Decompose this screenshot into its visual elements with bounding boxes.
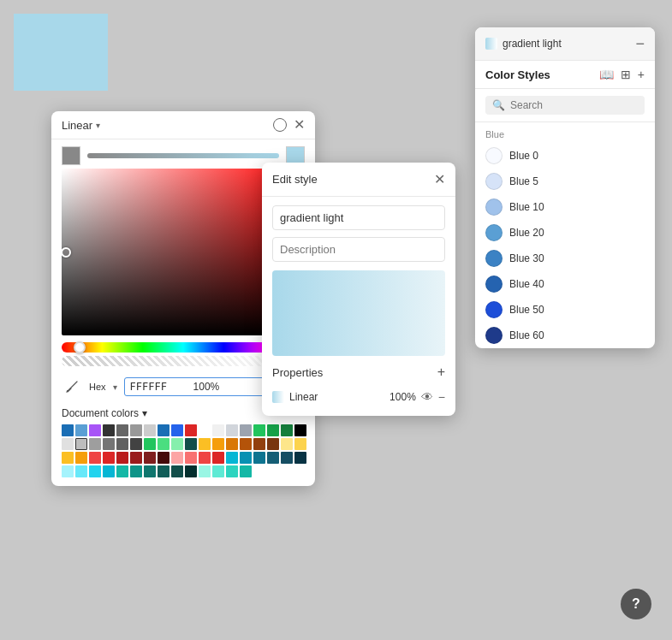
color-list-item[interactable]: Blue 5 (475, 169, 655, 194)
color-swatches-grid (62, 424, 305, 477)
color-swatch[interactable] (130, 452, 142, 464)
color-swatch[interactable] (144, 424, 156, 436)
color-swatch[interactable] (212, 424, 224, 436)
color-swatch[interactable] (294, 438, 306, 450)
color-swatch[interactable] (130, 438, 142, 450)
color-swatch[interactable] (253, 452, 265, 464)
color-swatch[interactable] (294, 452, 306, 464)
color-swatch[interactable] (158, 438, 169, 450)
color-swatch[interactable] (253, 424, 265, 436)
book-icon[interactable]: 📖 (599, 68, 614, 81)
color-swatch[interactable] (212, 438, 224, 450)
color-swatch[interactable] (240, 465, 252, 477)
gradient-stop-left[interactable] (62, 146, 80, 165)
picker-title-area[interactable]: Linear ▾ (62, 119, 100, 132)
add-style-button[interactable]: + (638, 68, 645, 81)
color-swatch[interactable] (267, 424, 279, 436)
color-list-item[interactable]: Blue 50 (475, 297, 655, 323)
grid-icon[interactable]: ⊞ (621, 68, 631, 81)
color-swatch[interactable] (199, 452, 211, 464)
color-list-item[interactable]: Blue 20 (475, 220, 655, 246)
hue-handle[interactable] (74, 341, 86, 353)
color-swatch[interactable] (89, 465, 101, 477)
style-description-input[interactable] (272, 237, 445, 262)
color-swatch[interactable] (62, 438, 74, 450)
property-visibility-button[interactable]: 👁 (421, 390, 433, 404)
color-swatch[interactable] (267, 452, 279, 464)
color-swatch[interactable] (199, 424, 211, 436)
color-swatch[interactable] (116, 424, 128, 436)
color-swatch[interactable] (103, 438, 115, 450)
color-swatch[interactable] (62, 452, 74, 464)
color-swatch[interactable] (144, 452, 156, 464)
color-swatch[interactable] (281, 438, 293, 450)
color-circle (485, 301, 503, 318)
color-swatch[interactable] (116, 452, 128, 464)
color-swatch[interactable] (185, 438, 197, 450)
color-swatch[interactable] (75, 438, 87, 450)
picker-close-button[interactable]: ✕ (294, 118, 305, 132)
color-swatch[interactable] (62, 424, 74, 436)
color-swatch[interactable] (171, 424, 183, 436)
color-swatch[interactable] (116, 465, 128, 477)
hex-input[interactable] (130, 381, 190, 393)
color-list-item[interactable]: Blue 40 (475, 271, 655, 297)
color-swatch[interactable] (199, 465, 211, 477)
color-swatch[interactable] (226, 452, 238, 464)
style-name-input[interactable] (272, 205, 445, 230)
color-swatch[interactable] (103, 465, 115, 477)
color-swatch[interactable] (185, 465, 197, 477)
color-swatch[interactable] (240, 438, 252, 450)
color-swatch[interactable] (144, 465, 156, 477)
color-swatch[interactable] (75, 465, 87, 477)
color-swatch[interactable] (253, 438, 265, 450)
color-swatch[interactable] (240, 452, 252, 464)
color-swatch[interactable] (294, 424, 306, 436)
color-swatch[interactable] (267, 438, 279, 450)
search-input[interactable] (510, 99, 638, 111)
property-remove-button[interactable]: − (438, 390, 445, 404)
color-swatch[interactable] (226, 424, 238, 436)
color-list-item[interactable]: Blue 0 (475, 143, 655, 169)
gradient-bar[interactable] (87, 153, 279, 158)
color-swatch[interactable] (75, 452, 87, 464)
color-list-item[interactable]: Blue 10 (475, 194, 655, 220)
color-swatch[interactable] (158, 424, 169, 436)
color-swatch[interactable] (75, 424, 87, 436)
color-swatch[interactable] (171, 438, 183, 450)
color-swatch[interactable] (171, 465, 183, 477)
color-swatch[interactable] (158, 465, 169, 477)
color-swatch[interactable] (89, 438, 101, 450)
color-swatch[interactable] (62, 465, 74, 477)
color-swatch[interactable] (226, 438, 238, 450)
help-button[interactable]: ? (621, 589, 651, 619)
panel-close-button[interactable]: − (635, 36, 645, 51)
color-swatch[interactable] (185, 424, 197, 436)
color-swatch[interactable] (185, 452, 197, 464)
color-swatch[interactable] (130, 424, 142, 436)
color-list-item[interactable]: Blue 60 (475, 323, 655, 348)
color-swatch[interactable] (89, 424, 101, 436)
edit-style-close-button[interactable]: ✕ (434, 171, 445, 187)
color-list-item[interactable]: Blue 30 (475, 246, 655, 271)
color-swatch[interactable] (226, 465, 238, 477)
add-property-button[interactable]: + (437, 364, 445, 380)
hex-dropdown-icon[interactable]: ▾ (113, 382, 117, 392)
color-swatch[interactable] (130, 465, 142, 477)
color-swatch[interactable] (212, 452, 224, 464)
color-swatch[interactable] (240, 424, 252, 436)
panel-header-bar: gradient light − (475, 27, 655, 61)
color-swatch[interactable] (89, 452, 101, 464)
color-swatch[interactable] (171, 452, 183, 464)
color-swatch[interactable] (103, 424, 115, 436)
color-swatch[interactable] (158, 452, 169, 464)
eyedropper-button[interactable] (62, 376, 82, 397)
color-swatch[interactable] (281, 452, 293, 464)
color-swatch[interactable] (212, 465, 224, 477)
color-swatch[interactable] (199, 438, 211, 450)
color-swatch[interactable] (103, 452, 115, 464)
color-swatch[interactable] (144, 438, 156, 450)
picker-mode-icon[interactable] (273, 118, 287, 132)
color-swatch[interactable] (281, 424, 293, 436)
color-swatch[interactable] (116, 438, 128, 450)
